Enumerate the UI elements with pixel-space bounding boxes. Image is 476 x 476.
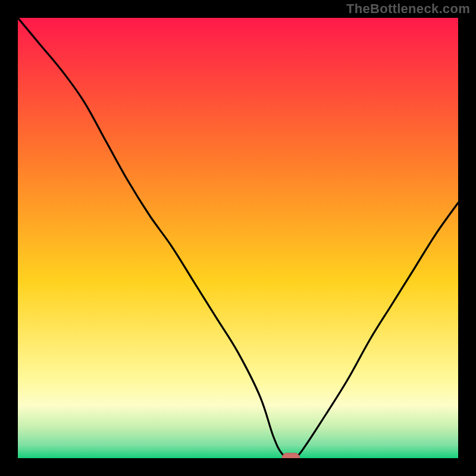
watermark-text: TheBottleneck.com xyxy=(346,1,470,17)
frame-right xyxy=(458,0,476,476)
chart-frame: TheBottleneck.com xyxy=(0,0,476,476)
frame-left xyxy=(0,0,18,476)
frame-bottom xyxy=(0,458,476,476)
bottleneck-chart xyxy=(0,0,476,476)
plot-background xyxy=(18,18,458,458)
